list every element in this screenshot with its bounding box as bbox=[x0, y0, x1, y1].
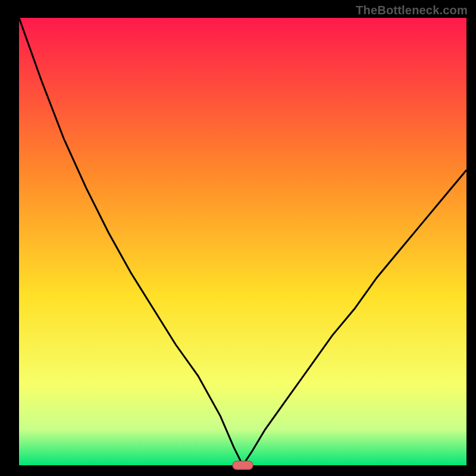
optimal-marker bbox=[233, 461, 253, 469]
plot-area-gradient bbox=[19, 18, 466, 465]
chart-container: TheBottleneck.com bbox=[0, 0, 476, 476]
bottleneck-chart-svg bbox=[0, 0, 476, 476]
watermark-text: TheBottleneck.com bbox=[356, 4, 468, 17]
